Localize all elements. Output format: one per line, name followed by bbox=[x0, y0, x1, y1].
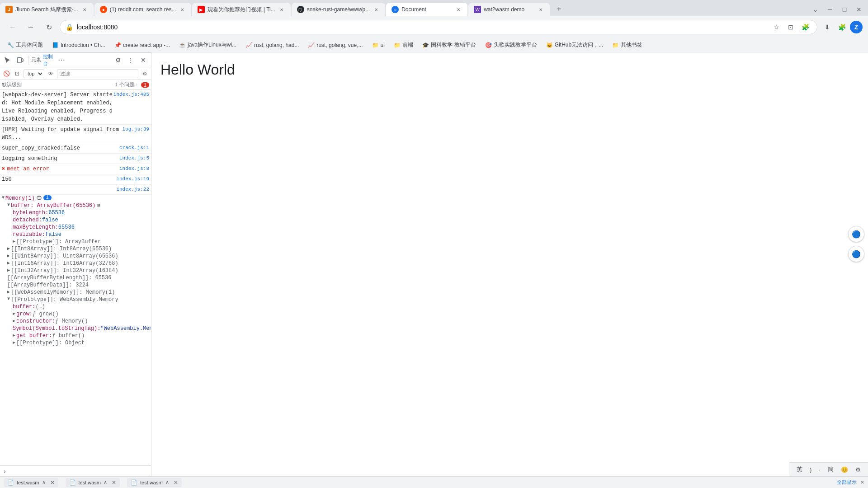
tab-favicon: ● bbox=[100, 6, 107, 13]
expand-icon[interactable]: ▼ bbox=[7, 202, 10, 207]
context-selector[interactable]: top bbox=[24, 69, 44, 78]
bookmark-star-button[interactable]: ☆ bbox=[770, 21, 783, 33]
filter-input[interactable] bbox=[57, 69, 138, 78]
back-button[interactable]: ← bbox=[5, 20, 20, 34]
expand-icon[interactable]: ▶ bbox=[13, 311, 15, 316]
ime-traditional[interactable]: 簡 bbox=[826, 465, 835, 474]
tab-github[interactable]: ⬡ snake-rust-game/www/p... ✕ bbox=[292, 3, 385, 16]
download-expand[interactable]: ∧ bbox=[104, 479, 107, 485]
devtools-settings-button[interactable]: ⚙ bbox=[112, 54, 124, 66]
profile-button[interactable]: Z bbox=[850, 21, 863, 33]
bookmark-tougao[interactable]: 🎯 头歌实践教学平台 bbox=[481, 39, 541, 51]
expand-icon[interactable]: ▼ bbox=[7, 296, 10, 301]
bookmark-rust1[interactable]: 📈 rust, golang, had... bbox=[242, 40, 302, 50]
bookmark-intro[interactable]: 📘 Introduction • Ch... bbox=[48, 40, 109, 50]
address-input[interactable]: 🔒 localhost:8080 ☆ ⊡ 🧩 bbox=[60, 20, 817, 34]
ime-dot[interactable]: · bbox=[817, 465, 822, 474]
bookmark-tools[interactable]: 🔧 工具体问题 bbox=[4, 39, 47, 51]
console-link[interactable]: index.js:8 bbox=[119, 165, 149, 173]
elements-tab-icon[interactable]: 元素 bbox=[30, 54, 42, 66]
ime-moon[interactable]: ) bbox=[808, 465, 813, 474]
console-link[interactable]: index.js:19 bbox=[116, 175, 149, 183]
show-all-button[interactable]: 全部显示 bbox=[837, 479, 857, 486]
tab-youtube[interactable]: ▶ 观看为你推荐热门视频 | Ti... ✕ bbox=[192, 3, 290, 16]
floating-btn-1[interactable]: 🔵 bbox=[848, 226, 864, 242]
bookmark-icon: 📘 bbox=[52, 42, 59, 48]
devtools-panel: 元素 控制台 ⋯ ⚙ ⋮ ✕ 🚫 ⊡ top 👁 ⚙ 默认级别 bbox=[0, 52, 151, 476]
download-close[interactable]: ✕ bbox=[174, 479, 178, 486]
extensions-button[interactable]: 🧩 bbox=[799, 21, 811, 33]
int8array-label: [[Int8Array]]: Int8Array(65536) bbox=[11, 246, 112, 252]
more-tabs-button[interactable]: ⋯ bbox=[56, 54, 67, 66]
download-expand[interactable]: ∧ bbox=[42, 479, 46, 485]
devtools-more-options[interactable]: ⋮ bbox=[125, 54, 137, 66]
bookmark-java[interactable]: ☕ java操作Linux与wi... bbox=[175, 39, 240, 51]
inspect-element-button[interactable] bbox=[2, 54, 14, 66]
minimize-button[interactable]: ─ bbox=[825, 4, 835, 15]
console-link[interactable]: index.js:22 bbox=[116, 186, 149, 193]
console-input[interactable] bbox=[9, 468, 147, 474]
bookmark-icon: 🎯 bbox=[485, 42, 492, 48]
maximize-button[interactable]: □ bbox=[839, 4, 850, 15]
bookmark-guoke[interactable]: 🎓 国科教学-教辅平台 bbox=[419, 39, 480, 51]
expand-icon[interactable]: ▼ bbox=[2, 195, 5, 200]
downloads-button[interactable]: ⬇ bbox=[821, 21, 834, 33]
console-tab-icon[interactable]: 控制台 bbox=[43, 54, 55, 66]
expand-icon[interactable]: ▶ bbox=[13, 333, 15, 338]
bookmark-ui[interactable]: 📁 ui bbox=[368, 40, 388, 50]
expand-icon[interactable]: ▶ bbox=[7, 289, 10, 295]
forward-button[interactable]: → bbox=[24, 20, 38, 34]
download-close[interactable]: ✕ bbox=[50, 479, 55, 486]
tab-bar: J Jiumo Search 鸠摩搜索-... ✕ ● (1) reddit.c… bbox=[0, 0, 868, 16]
tab-list-button[interactable]: ⌄ bbox=[810, 4, 821, 15]
tab-document[interactable]: ○ Document ✕ bbox=[386, 3, 467, 16]
close-window-button[interactable]: ✕ bbox=[854, 4, 864, 15]
tab-close[interactable]: ✕ bbox=[455, 6, 462, 13]
tab-close[interactable]: ✕ bbox=[537, 6, 544, 13]
tab-close[interactable]: ✕ bbox=[278, 6, 285, 13]
download-expand[interactable]: ∧ bbox=[165, 479, 169, 485]
bookmark-rust2[interactable]: 📈 rust, golang, vue,... bbox=[304, 40, 366, 50]
expand-icon[interactable]: ▶ bbox=[7, 246, 10, 251]
tab-reddit[interactable]: ● (1) reddit.com: search res... ✕ bbox=[94, 3, 192, 16]
ime-english[interactable]: 英 bbox=[795, 465, 804, 474]
floating-btn-2[interactable]: 🔵 bbox=[848, 246, 864, 262]
tab-close[interactable]: ✕ bbox=[81, 6, 88, 13]
expand-icon[interactable]: ▶ bbox=[7, 267, 10, 273]
tab-wat2wasm[interactable]: W wat2wasm demo ✕ bbox=[468, 3, 550, 16]
bookmark-github[interactable]: 🐱 GitHub无法访问，... bbox=[542, 39, 607, 51]
console-link[interactable]: log.js:39 bbox=[123, 126, 149, 133]
status-close[interactable]: ✕ bbox=[860, 479, 864, 485]
console-link[interactable]: index.js:5 bbox=[119, 155, 149, 162]
filter-toggle-button[interactable]: ⊡ bbox=[13, 69, 22, 78]
tab-close[interactable]: ✕ bbox=[179, 6, 186, 13]
device-toolbar-button[interactable] bbox=[14, 54, 26, 66]
bookmark-react[interactable]: 📌 create react app -... bbox=[111, 40, 174, 50]
extensions-menu-button[interactable]: 🧩 bbox=[835, 21, 848, 33]
expand-icon[interactable]: ▶ bbox=[13, 340, 15, 345]
ime-bar: 英 ) · 簡 😊 ⚙ bbox=[789, 462, 868, 476]
console-settings-button[interactable]: ⚙ bbox=[140, 69, 149, 78]
tab-close[interactable]: ✕ bbox=[373, 6, 380, 13]
expand-icon[interactable]: ▶ bbox=[7, 253, 10, 258]
reload-button[interactable]: ↻ bbox=[42, 20, 56, 34]
devtools-close-button[interactable]: ✕ bbox=[137, 54, 149, 66]
download-close[interactable]: ✕ bbox=[112, 479, 116, 486]
expand-icon[interactable]: ▶ bbox=[13, 239, 15, 244]
ime-emoji[interactable]: 😊 bbox=[839, 465, 850, 474]
eye-icon[interactable]: 👁 bbox=[46, 69, 55, 78]
expand-icon[interactable]: ▶ bbox=[7, 260, 10, 266]
bookmark-frontend[interactable]: 📁 前端 bbox=[390, 39, 417, 51]
cast-button[interactable]: ⊡ bbox=[784, 21, 797, 33]
console-link[interactable]: crack.js:1 bbox=[119, 144, 149, 152]
int16array-line: ▶ [[Int16Array]]: Int16Array(32768) bbox=[0, 260, 151, 267]
tab-jiumo[interactable]: J Jiumo Search 鸠摩搜索-... ✕ bbox=[0, 3, 94, 16]
bookmark-other[interactable]: 📁 其他书签 bbox=[609, 39, 646, 51]
new-tab-button[interactable]: + bbox=[552, 3, 565, 15]
ime-settings[interactable]: ⚙ bbox=[854, 465, 863, 474]
bookmark-icon: 📈 bbox=[308, 42, 315, 48]
clear-console-button[interactable]: 🚫 bbox=[2, 69, 11, 78]
expand-icon[interactable]: ▶ bbox=[13, 318, 15, 324]
console-link[interactable]: index.js:485 bbox=[113, 91, 149, 99]
bookmarks-bar: 🔧 工具体问题 📘 Introduction • Ch... 📌 create … bbox=[0, 38, 868, 52]
